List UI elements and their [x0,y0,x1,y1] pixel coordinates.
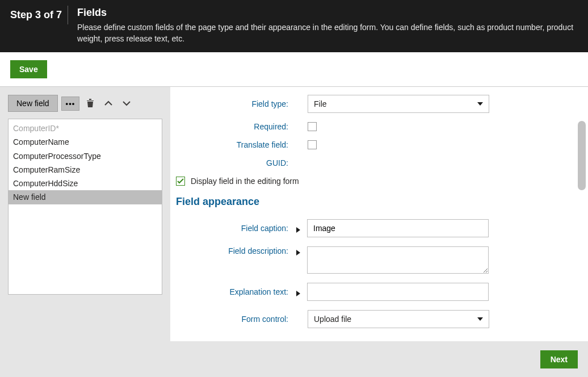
field-list[interactable]: ComputerID* ComputerName ComputerProcess… [8,119,162,295]
arrow-right-icon [296,227,300,233]
save-button[interactable]: Save [10,60,47,78]
list-item[interactable]: ComputerHddSize [9,177,162,190]
display-in-form-checkbox[interactable] [176,177,185,186]
display-in-form-label: Display field in the editing form [191,177,299,186]
trash-icon [86,99,94,108]
field-properties-panel: Field type: File Required: Translate fie… [170,87,588,344]
list-item[interactable]: ComputerID* [9,122,162,135]
chevron-down-icon [477,317,483,321]
main-area: New field ••• ComputerID* ComputerName C… [0,87,588,344]
guid-label: GUID: [176,158,296,167]
field-type-select[interactable]: File [308,95,489,113]
form-control-value: Upload file [314,315,351,324]
form-control-label: Form control: [176,315,296,324]
chevron-up-icon [104,100,112,106]
list-item[interactable]: ComputerRamSize [9,163,162,177]
field-appearance-heading: Field appearance [176,196,571,208]
field-type-value: File [314,99,327,108]
wizard-footer: Next [0,341,588,377]
list-item[interactable]: ComputerName [9,135,162,149]
list-item[interactable]: ComputerProcessorType [9,149,162,163]
translate-checkbox[interactable] [308,140,317,149]
page-subtitle: Please define custom fields of the page … [77,22,578,44]
explanation-text-input[interactable] [307,283,489,301]
arrow-right-icon [296,250,300,255]
delete-field-button[interactable] [83,96,98,111]
fields-sidebar: New field ••• ComputerID* ComputerName C… [0,87,170,344]
translate-label: Translate field: [176,140,296,149]
scrollbar-thumb[interactable] [578,121,586,190]
wizard-header: Step 3 of 7 Fields Please define custom … [0,0,588,52]
page-title: Fields [77,7,578,19]
form-control-select[interactable]: Upload file [308,310,489,328]
field-caption-input[interactable] [307,219,489,237]
field-description-input[interactable] [307,246,489,274]
required-checkbox[interactable] [308,122,317,131]
explanation-text-label: Explanation text: [176,287,296,296]
field-type-label: Field type: [176,99,296,108]
required-label: Required: [176,122,296,131]
arrow-right-icon [296,291,300,296]
field-caption-label: Field caption: [176,224,296,233]
more-options-button[interactable]: ••• [61,97,80,111]
list-item[interactable]: New field [9,190,162,204]
chevron-down-icon [123,100,131,106]
chevron-down-icon [477,102,483,106]
field-description-label: Field description: [176,246,296,255]
step-indicator: Step 3 of 7 [10,6,68,24]
move-down-button[interactable] [119,96,134,111]
move-up-button[interactable] [101,96,116,111]
sidebar-toolbar: New field ••• [8,95,162,112]
next-button[interactable]: Next [540,350,578,368]
action-bar: Save [0,52,588,87]
new-field-button[interactable]: New field [8,95,58,112]
